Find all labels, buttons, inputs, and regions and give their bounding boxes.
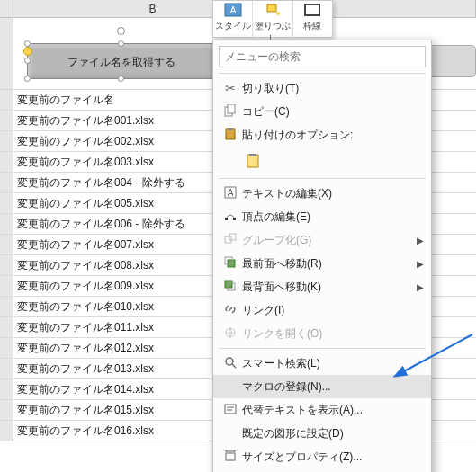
- svg-rect-5: [228, 104, 235, 113]
- menu-edit-points-label: 頂点の編集(E): [242, 209, 424, 225]
- svg-rect-26: [226, 453, 235, 460]
- row-header[interactable]: [0, 173, 13, 192]
- svg-rect-7: [228, 128, 233, 130]
- smart-tag-icon[interactable]: [23, 47, 32, 56]
- paste-icon: [219, 128, 242, 143]
- menu-set-default-label: 既定の図形に設定(D): [242, 426, 424, 441]
- menu-format-shape[interactable]: 図形の書式設定(O)...: [213, 468, 431, 472]
- menu-copy-label: コピー(C): [242, 104, 424, 120]
- menu-assign-macro-label: マクロの登録(N)...: [242, 379, 424, 395]
- menu-smart-lookup-label: スマート検索(L): [242, 356, 424, 371]
- resize-handle[interactable]: [24, 40, 31, 47]
- menu-assign-macro[interactable]: マクロの登録(N)...: [213, 375, 431, 398]
- row-header[interactable]: [0, 400, 13, 420]
- menu-separator: [219, 178, 426, 179]
- mini-toolbar: A スタイル 塗りつぶし 枠線: [212, 0, 333, 38]
- menu-separator: [219, 73, 426, 74]
- row-header[interactable]: [0, 276, 13, 296]
- fill-button[interactable]: 塗りつぶし: [253, 1, 292, 37]
- menu-edit-text[interactable]: A テキストの編集(X): [213, 182, 431, 205]
- submenu-arrow-icon: ▶: [415, 259, 424, 269]
- style-button[interactable]: A スタイル: [213, 1, 253, 37]
- submenu-arrow-icon: ▶: [415, 282, 424, 292]
- cut-icon: ✂: [219, 81, 242, 95]
- row-header[interactable]: [0, 214, 13, 234]
- row-header[interactable]: [0, 235, 13, 254]
- menu-search-input[interactable]: [219, 46, 426, 67]
- row-header[interactable]: [0, 421, 13, 441]
- svg-rect-9: [249, 154, 256, 156]
- edit-points-icon: [219, 209, 242, 225]
- menu-size-props-label: サイズとプロパティ(Z)...: [242, 450, 424, 465]
- group-icon: [219, 233, 242, 248]
- menu-group: グループ化(G) ▶: [213, 228, 431, 252]
- menu-copy[interactable]: コピー(C): [213, 100, 431, 123]
- menu-alt-text-label: 代替テキストを表示(A)...: [242, 403, 424, 418]
- row-header[interactable]: [0, 131, 13, 151]
- shape-get-filenames-button[interactable]: ファイル名を取得する: [27, 43, 216, 79]
- svg-rect-16: [228, 260, 235, 267]
- svg-rect-18: [225, 281, 232, 288]
- svg-text:A: A: [229, 5, 236, 15]
- menu-alt-text[interactable]: 代替テキストを表示(A)...: [213, 398, 431, 422]
- shape-get-filenames-label: ファイル名を取得する: [67, 56, 175, 68]
- menu-set-default[interactable]: 既定の図形に設定(D): [213, 422, 431, 445]
- row-header[interactable]: [0, 193, 13, 213]
- outline-icon: [293, 3, 332, 19]
- rotation-handle[interactable]: [117, 27, 125, 35]
- menu-link-label: リンク(I): [242, 303, 424, 318]
- menu-cut[interactable]: ✂ 切り取り(T): [213, 76, 431, 100]
- row-header[interactable]: [0, 152, 13, 172]
- resize-handle[interactable]: [118, 40, 124, 47]
- menu-smart-lookup[interactable]: スマート検索(L): [213, 352, 431, 375]
- row-header[interactable]: [0, 18, 13, 89]
- row-header[interactable]: [0, 317, 13, 337]
- resize-handle[interactable]: [118, 76, 124, 82]
- menu-bring-front-label: 最前面へ移動(R): [242, 256, 415, 272]
- style-label: スタイル: [215, 21, 251, 31]
- menu-send-back-label: 最背面へ移動(K): [242, 280, 415, 295]
- menu-cut-label: 切り取り(T): [242, 81, 424, 96]
- svg-rect-23: [225, 405, 236, 414]
- menu-link[interactable]: リンク(I): [213, 298, 431, 322]
- row-header[interactable]: [0, 90, 13, 110]
- outline-button[interactable]: 枠線: [293, 1, 332, 37]
- row-header[interactable]: [0, 255, 13, 275]
- row-header[interactable]: [0, 111, 13, 130]
- style-icon: A: [213, 3, 252, 19]
- paste-option-button[interactable]: [242, 149, 265, 173]
- svg-text:A: A: [228, 188, 234, 198]
- row-header[interactable]: [0, 379, 13, 399]
- svg-rect-13: [233, 218, 236, 220]
- svg-rect-3: [305, 4, 319, 15]
- link-icon: [219, 303, 242, 318]
- bring-front-icon: [219, 256, 242, 272]
- resize-handle[interactable]: [24, 58, 31, 64]
- menu-separator: [219, 348, 426, 349]
- smart-lookup-icon: [219, 356, 242, 371]
- svg-rect-12: [225, 218, 228, 220]
- alt-text-icon: [219, 403, 242, 418]
- menu-size-props[interactable]: サイズとプロパティ(Z)...: [213, 445, 431, 468]
- menu-group-label: グループ化(G): [242, 233, 415, 248]
- copy-icon: [219, 104, 242, 120]
- row-header[interactable]: [0, 297, 13, 316]
- menu-send-back[interactable]: 最背面へ移動(K) ▶: [213, 275, 431, 298]
- menu-open-link: リンクを開く(O): [213, 322, 431, 345]
- svg-point-2: [276, 12, 280, 15]
- select-all-corner[interactable]: [0, 0, 13, 18]
- context-menu: ✂ 切り取り(T) コピー(C) 貼り付けのオプション: A テキストの編集(X…: [212, 40, 432, 472]
- menu-bring-front[interactable]: 最前面へ移動(R) ▶: [213, 252, 431, 275]
- svg-point-21: [226, 358, 233, 365]
- menu-paste-heading: 貼り付けのオプション:: [213, 123, 431, 147]
- menu-open-link-label: リンクを開く(O): [242, 326, 424, 342]
- menu-edit-points[interactable]: 頂点の編集(E): [213, 205, 431, 228]
- row-header[interactable]: [0, 359, 13, 378]
- resize-handle[interactable]: [24, 76, 31, 82]
- edit-text-icon: A: [219, 186, 242, 201]
- paste-options-row: [213, 147, 431, 175]
- row-header[interactable]: [0, 338, 13, 358]
- svg-line-22: [232, 364, 236, 368]
- submenu-arrow-icon: ▶: [415, 236, 424, 245]
- outline-label: 枠線: [303, 21, 321, 31]
